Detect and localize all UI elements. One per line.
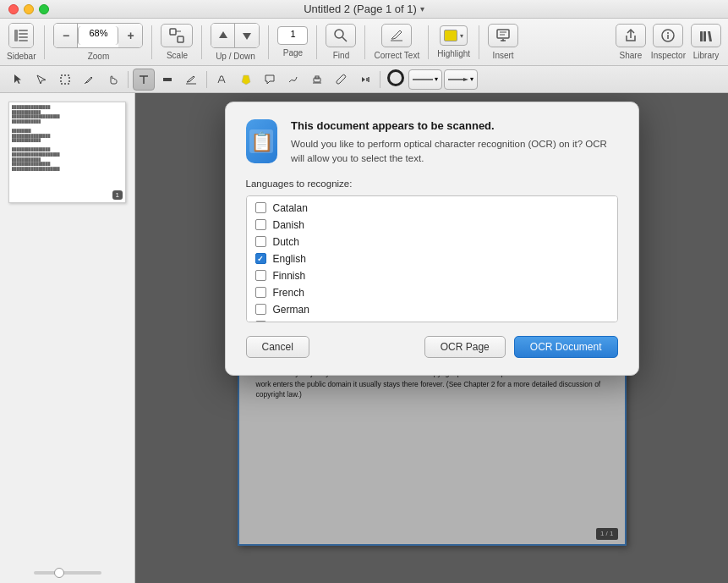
circle-tool-icon[interactable] (387, 69, 404, 86)
language-list[interactable]: CatalanDanishDutchEnglishFinnishFrenchGe… (246, 195, 618, 322)
sidebar-label: Sidebar (7, 52, 36, 61)
sidebar-tool-item: Sidebar (7, 23, 36, 61)
dialog-buttons: Cancel OCR Page OCR Document (246, 336, 618, 358)
down-button[interactable] (235, 24, 259, 47)
zoom-in-button[interactable]: + (118, 24, 142, 47)
svg-point-10 (335, 30, 343, 38)
main-area: ████████████████ ████████████ ██████████… (0, 93, 728, 583)
language-name: German (273, 304, 309, 316)
signature-tool-button[interactable] (282, 69, 304, 91)
share-button[interactable] (616, 24, 646, 47)
zoom-handle[interactable] (54, 568, 64, 578)
correct-label: Correct Text (374, 51, 419, 60)
language-item[interactable]: Catalan (247, 200, 617, 217)
zoom-slider[interactable] (34, 571, 101, 575)
page-tool-item: 1 Page (277, 26, 308, 58)
up-button[interactable] (211, 24, 235, 47)
close-button[interactable] (8, 4, 19, 14)
highlight-dropdown[interactable]: ▾ (440, 25, 468, 46)
maximize-button[interactable] (39, 4, 49, 14)
svg-point-20 (667, 32, 669, 34)
correct-tool-button[interactable] (180, 69, 202, 91)
minimize-button[interactable] (24, 4, 34, 14)
share-label: Share (620, 51, 643, 60)
svg-marker-8 (219, 31, 227, 38)
arrow-tool-button[interactable] (30, 69, 52, 91)
language-checkbox[interactable] (255, 304, 266, 315)
stamp-tool-button[interactable] (306, 69, 328, 91)
line-style-dropdown[interactable]: ▾ (408, 69, 442, 90)
language-checkbox[interactable] (255, 270, 266, 281)
language-item[interactable]: Italian (247, 318, 617, 322)
correct-text-button[interactable] (381, 24, 412, 47)
language-name: Catalan (273, 202, 308, 214)
select-tool-button[interactable] (54, 69, 76, 91)
scale-button[interactable] (161, 24, 193, 47)
zoom-out-button[interactable]: − (54, 24, 78, 47)
correct-tool-item: Correct Text (374, 24, 419, 60)
language-item[interactable]: German (247, 301, 617, 318)
hand-tool-button[interactable] (101, 69, 123, 91)
language-item[interactable]: English (247, 250, 617, 267)
svg-rect-22 (703, 31, 706, 41)
scale-tool-item: Scale (161, 24, 193, 60)
svg-marker-9 (243, 33, 251, 40)
document-area: er are not re works— s, no matter ral la… (135, 93, 728, 583)
highlight-tool-button[interactable] (235, 69, 257, 91)
language-checkbox[interactable] (255, 321, 266, 322)
dialog-text-area: This document appears to be scanned. Wou… (291, 119, 617, 167)
language-name: Danish (273, 219, 304, 231)
language-checkbox[interactable] (255, 253, 266, 264)
language-checkbox[interactable] (255, 202, 266, 213)
cancel-button[interactable]: Cancel (246, 336, 309, 358)
redact-tool-button[interactable] (156, 69, 178, 91)
language-checkbox[interactable] (255, 236, 266, 247)
find-button[interactable] (326, 24, 356, 47)
svg-rect-6 (178, 36, 183, 42)
svg-rect-2 (19, 33, 28, 35)
window-title: Untitled 2 (Page 1 of 1) (304, 3, 417, 15)
sep4 (268, 25, 269, 59)
find-tool-item: Find (326, 24, 356, 60)
attachment-tool-button[interactable] (330, 69, 352, 91)
highlight-color (444, 30, 457, 41)
ocr-document-button[interactable]: OCR Document (514, 336, 618, 358)
language-item[interactable]: Dutch (247, 234, 617, 250)
language-name: Italian (273, 321, 300, 322)
svg-rect-13 (497, 30, 509, 38)
dialog-title: This document appears to be scanned. (291, 119, 617, 132)
updown-label: Up / Down (216, 52, 255, 61)
pencil-tool-button[interactable] (78, 69, 100, 91)
title-dropdown-icon[interactable]: ▾ (420, 4, 424, 14)
sidebar-toggle-button[interactable] (9, 24, 33, 47)
language-item[interactable]: Danish (247, 217, 617, 234)
svg-rect-4 (19, 40, 28, 41)
library-button[interactable] (691, 24, 721, 47)
page-thumbnail[interactable]: ████████████████ ████████████ ██████████… (8, 102, 126, 203)
end-cap-dropdown[interactable]: ▾ (444, 69, 478, 90)
language-name: English (273, 253, 306, 265)
comment-tool-button[interactable] (259, 69, 281, 91)
language-checkbox[interactable] (255, 219, 266, 230)
audio-tool-button[interactable] (353, 69, 375, 91)
svg-marker-30 (362, 77, 365, 82)
language-name: Dutch (273, 236, 299, 248)
language-item[interactable]: French (247, 284, 617, 301)
language-item[interactable]: Finnish (247, 267, 617, 284)
language-checkbox[interactable] (255, 287, 266, 298)
sep3 (201, 25, 202, 59)
zoom-value[interactable]: 68% (78, 26, 118, 45)
svg-text:📋: 📋 (250, 130, 274, 153)
svg-rect-0 (14, 30, 18, 41)
text-tool-button[interactable] (133, 69, 155, 91)
insert-button[interactable] (488, 24, 518, 47)
language-name: Finnish (273, 270, 306, 282)
scale-label: Scale (167, 51, 188, 60)
highlight-dropdown-icon: ▾ (460, 32, 463, 40)
cursor-tool-button[interactable] (7, 69, 29, 91)
text-format-button[interactable] (211, 69, 233, 91)
ocr-page-button[interactable]: OCR Page (424, 336, 506, 358)
inspector-button[interactable] (653, 24, 683, 47)
page-value[interactable]: 1 (277, 26, 308, 45)
svg-marker-35 (463, 78, 468, 81)
